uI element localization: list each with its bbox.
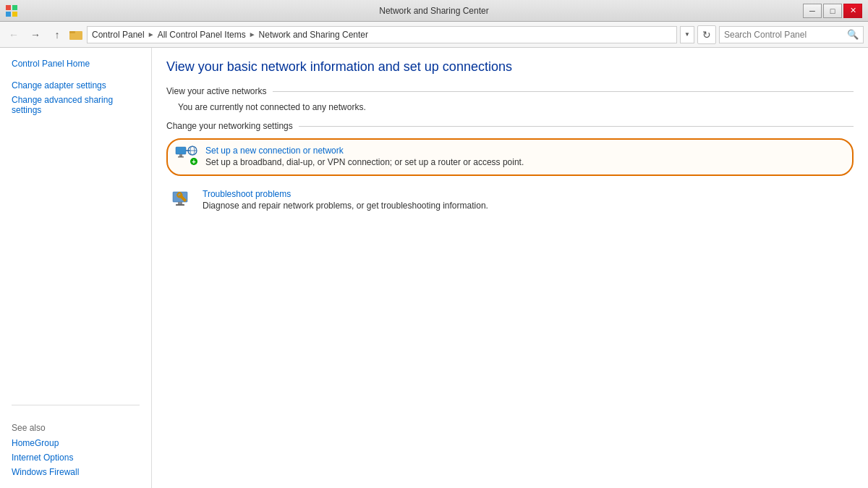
breadcrumb-bar: Control Panel ► All Control Panel Items …	[87, 26, 677, 43]
new-connection-desc: Set up a broadband, dial-up, or VPN conn…	[205, 157, 524, 167]
svg-rect-7	[179, 154, 182, 156]
close-button[interactable]: ✕	[843, 4, 862, 18]
see-also-title: See also	[0, 411, 151, 436]
forward-button[interactable]: →	[26, 25, 45, 44]
restore-button[interactable]: □	[823, 4, 842, 18]
svg-rect-16	[178, 202, 182, 204]
back-button[interactable]: ←	[4, 25, 23, 44]
address-bar: ← → ↑ Control Panel ► All Control Panel …	[0, 22, 868, 48]
networking-settings-header: Change your networking settings	[166, 121, 854, 131]
active-networks-line	[273, 91, 854, 92]
address-dropdown[interactable]: ▼	[680, 26, 694, 43]
new-connection-icon: +	[175, 146, 198, 169]
svg-rect-6	[176, 147, 186, 154]
window-controls: ─ □ ✕	[803, 4, 862, 18]
folder-icon	[69, 28, 82, 41]
sidebar-link-change-adapter[interactable]: Change adapter settings	[0, 78, 151, 93]
minimize-button[interactable]: ─	[803, 4, 822, 18]
sidebar-link-internet-options[interactable]: Internet Options	[0, 450, 151, 465]
sidebar: Control Panel Home Change adapter settin…	[0, 48, 152, 488]
new-connection-link[interactable]: Set up a new connection or network	[205, 146, 524, 156]
up-button[interactable]: ↑	[48, 25, 67, 44]
app-icon	[6, 5, 17, 17]
svg-rect-0	[6, 5, 11, 10]
sidebar-link-change-advanced-sharing[interactable]: Change advanced sharing settings	[0, 93, 151, 117]
sidebar-link-homegroup[interactable]: HomeGroup	[0, 436, 151, 450]
troubleshoot-item[interactable]: Troubleshoot problems Diagnose and repai…	[166, 183, 854, 218]
new-connection-item[interactable]: + Set up a new connection or network Set…	[166, 138, 854, 176]
window-title: Network and Sharing Center	[0, 6, 868, 16]
troubleshoot-content: Troubleshoot problems Diagnose and repai…	[203, 189, 488, 211]
sidebar-divider	[12, 405, 140, 405]
new-connection-content: Set up a new connection or network Set u…	[205, 146, 524, 167]
active-networks-label: View your active networks	[166, 86, 267, 96]
troubleshoot-desc: Diagnose and repair network problems, or…	[203, 201, 488, 211]
troubleshoot-icon	[172, 189, 195, 212]
main-layout: Control Panel Home Change adapter settin…	[0, 48, 868, 488]
sidebar-link-control-panel-home[interactable]: Control Panel Home	[0, 56, 151, 71]
breadcrumb-current[interactable]: Network and Sharing Center	[259, 30, 368, 40]
page-title: View your basic network information and …	[166, 59, 854, 75]
breadcrumb-control-panel[interactable]: Control Panel	[92, 30, 145, 40]
active-networks-value: You are currently not connected to any n…	[178, 102, 854, 112]
svg-rect-17	[176, 204, 184, 206]
search-input[interactable]	[724, 30, 847, 40]
svg-rect-8	[178, 156, 184, 158]
search-box: 🔍	[719, 26, 864, 43]
svg-rect-1	[12, 5, 17, 10]
svg-rect-5	[69, 31, 75, 33]
networking-settings-line	[299, 126, 854, 127]
svg-rect-3	[12, 12, 17, 17]
active-networks-header: View your active networks	[166, 86, 854, 96]
content-area: View your basic network information and …	[152, 48, 868, 488]
sidebar-link-windows-firewall[interactable]: Windows Firewall	[0, 465, 151, 479]
title-bar: Network and Sharing Center ─ □ ✕	[0, 0, 868, 22]
breadcrumb-all-items[interactable]: All Control Panel Items	[158, 30, 246, 40]
svg-text:+: +	[192, 158, 196, 166]
svg-rect-2	[6, 12, 11, 17]
search-icon[interactable]: 🔍	[847, 29, 859, 40]
networking-settings-label: Change your networking settings	[166, 121, 293, 131]
refresh-button[interactable]: ↻	[697, 25, 716, 44]
troubleshoot-link[interactable]: Troubleshoot problems	[203, 189, 488, 199]
